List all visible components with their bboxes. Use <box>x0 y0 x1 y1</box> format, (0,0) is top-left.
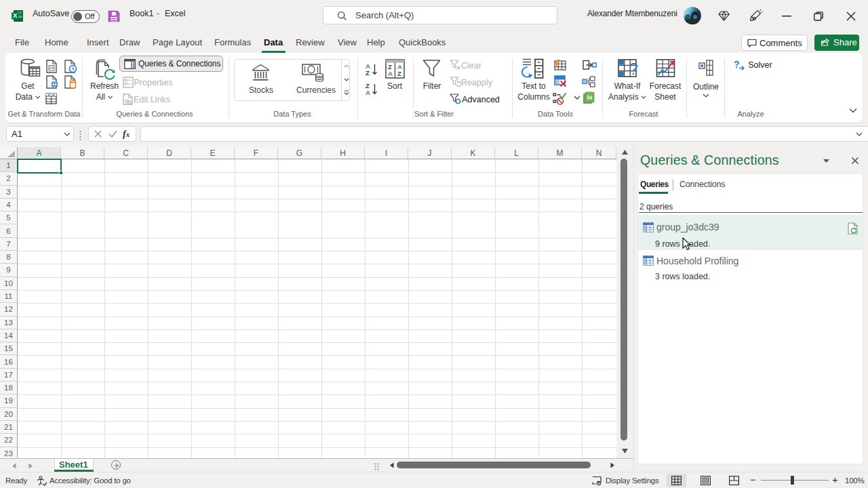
svg-text:A: A <box>397 63 402 70</box>
svg-text:?: ? <box>734 59 740 70</box>
svg-text:?: ? <box>629 60 638 78</box>
svg-text:Z: Z <box>388 63 392 70</box>
svg-text:A: A <box>366 89 370 96</box>
svg-text:Z: Z <box>366 69 370 77</box>
svg-text:A: A <box>388 70 393 77</box>
svg-text:Z: Z <box>397 70 401 77</box>
svg-text:X: X <box>13 12 17 19</box>
